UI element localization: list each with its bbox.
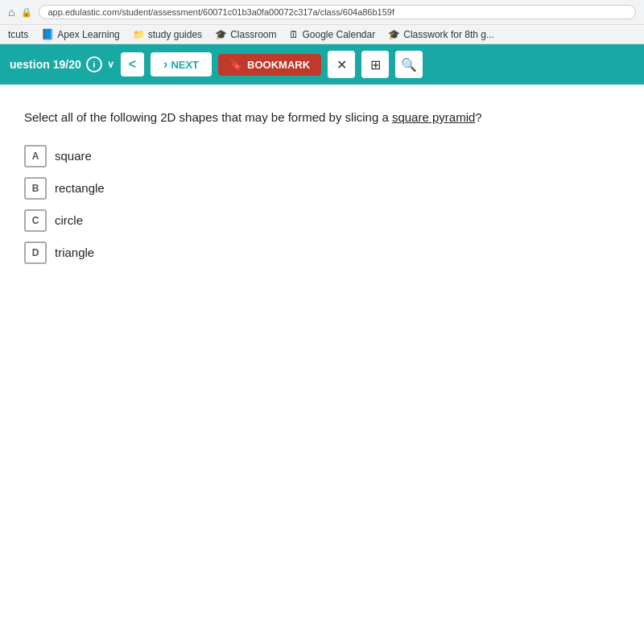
question-label: uestion 19/20 [10,58,81,71]
main-content: Select all of the following 2D shapes th… [0,85,644,288]
bookmark-button[interactable]: 🔖 BOOKMARK [218,54,321,76]
apex-icon: 📘 [41,28,54,40]
question-indicator: uestion 19/20 i ∨ [10,56,114,72]
option-b-label: rectangle [55,181,105,195]
bookmark-study-guides[interactable]: 📁 study guides [133,29,202,40]
chevron-down-icon[interactable]: ∨ [107,59,114,70]
bookmark-shortcuts[interactable]: tcuts [8,29,28,40]
bookmark-classwork[interactable]: 🎓 Classwork for 8th g... [388,29,494,40]
option-c-box[interactable]: C [24,209,47,232]
classroom-label: Classroom [230,29,276,40]
apex-label: Apex Learning [57,29,119,40]
shortcuts-label: tcuts [8,29,28,40]
bookmark-google-calendar[interactable]: 🗓 Google Calendar [289,29,375,40]
url-bar[interactable]: app.edulastic.com/student/assessment/600… [39,5,636,19]
close-icon: ✕ [336,57,347,72]
classroom-icon: 🎓 [215,29,227,40]
google-calendar-icon: 🗓 [289,29,299,40]
info-icon[interactable]: i [86,56,102,72]
option-a-label: square [55,149,92,163]
option-b[interactable]: B rectangle [24,177,620,200]
option-c[interactable]: C circle [24,209,620,232]
bookmark-classroom[interactable]: 🎓 Classroom [215,29,276,40]
option-a[interactable]: A square [24,145,620,167]
next-button[interactable]: › NEXT [151,52,212,76]
toolbar: uestion 19/20 i ∨ < › NEXT 🔖 BOOKMARK ✕ … [0,44,644,85]
option-a-box[interactable]: A [24,145,47,167]
bookmarks-bar: tcuts 📘 Apex Learning 📁 study guides 🎓 C… [0,25,644,44]
next-arrow-icon: › [163,57,167,72]
home-icon[interactable]: ⌂ [8,6,14,19]
zoom-button[interactable]: 🔍 [395,51,423,78]
classwork-icon: 🎓 [388,29,400,40]
zoom-icon: 🔍 [401,57,417,72]
option-d-label: triangle [55,246,94,259]
bookmark-icon: 🔖 [229,59,242,71]
classwork-label: Classwork for 8th g... [403,29,494,40]
lock-icon: 🔒 [21,7,32,18]
calculator-icon: ⊞ [370,57,381,72]
answer-options: A square B rectangle C circle D triangle [24,145,620,264]
google-calendar-label: Google Calendar [302,29,375,40]
browser-bar: ⌂ 🔒 app.edulastic.com/student/assessment… [0,0,644,25]
option-d[interactable]: D triangle [24,242,620,264]
study-guides-icon: 📁 [133,29,145,40]
option-c-label: circle [55,213,83,227]
option-d-box[interactable]: D [24,242,47,264]
close-button[interactable]: ✕ [328,51,355,78]
question-text: Select all of the following 2D shapes th… [24,109,620,127]
bookmark-apex[interactable]: 📘 Apex Learning [41,28,119,40]
prev-button[interactable]: < [121,52,144,76]
calculator-button[interactable]: ⊞ [361,51,389,78]
study-guides-label: study guides [148,29,202,40]
option-b-box[interactable]: B [24,177,47,200]
